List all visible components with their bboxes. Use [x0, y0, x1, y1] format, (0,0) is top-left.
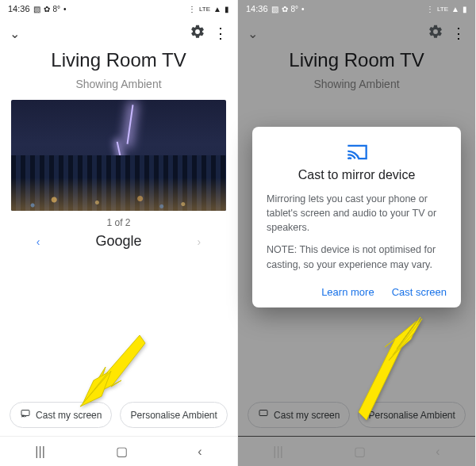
- signal-icon: ▲: [213, 5, 221, 13]
- chevron-right-icon[interactable]: ›: [198, 235, 202, 248]
- status-icon: •: [63, 5, 67, 13]
- carousel-label: Google: [95, 233, 141, 250]
- more-vert-icon[interactable]: ⋮: [213, 28, 228, 39]
- status-bar: 14:36 ▧ ✿ 8° • ⋮ LTE ▲ ▮: [238, 0, 475, 17]
- dialog-body-2: NOTE: This device is not optimised for c…: [267, 243, 447, 271]
- gear-icon[interactable]: [190, 24, 205, 43]
- action-row: Cast my screen Personalise Ambient: [238, 402, 475, 436]
- carousel: ‹ Google ›: [0, 231, 237, 256]
- more-vert-icon[interactable]: ⋮: [451, 28, 466, 39]
- preview-counter: 1 of 2: [0, 211, 237, 231]
- cast-my-screen-label: Cast my screen: [36, 410, 102, 421]
- app-header: ⌄ ⋮: [0, 17, 237, 46]
- personalise-ambient-label: Personalise Ambient: [368, 410, 455, 421]
- nav-home-icon[interactable]: ▢: [354, 444, 366, 459]
- nav-recents-icon[interactable]: |||: [273, 445, 282, 459]
- back-chevron-icon[interactable]: ⌄: [10, 26, 20, 41]
- chevron-left-icon[interactable]: ‹: [36, 235, 40, 248]
- app-header: ⌄ ⋮: [238, 17, 475, 46]
- status-icon: 8°: [53, 5, 61, 13]
- lte-icon: LTE: [437, 6, 448, 13]
- battery-icon: ▮: [225, 5, 229, 13]
- status-icon: •: [301, 5, 305, 13]
- status-time: 14:36: [246, 4, 268, 13]
- svg-rect-4: [259, 411, 267, 416]
- page-subtitle: Showing Ambient: [238, 78, 475, 100]
- dialog-title: Cast to mirror device: [267, 168, 447, 182]
- system-nav: ||| ▢ ‹: [0, 436, 237, 466]
- cast-icon: [258, 409, 269, 421]
- wifi-icon: ⋮: [188, 5, 196, 13]
- phone-left: 14:36 ▧ ✿ 8° • ⋮ LTE ▲ ▮ ⌄ ⋮ Living Room…: [0, 0, 238, 466]
- cast-mirror-dialog: Cast to mirror device Mirroring lets you…: [252, 127, 461, 307]
- signal-icon: ▲: [451, 5, 459, 13]
- learn-more-button[interactable]: Learn more: [321, 286, 374, 298]
- cast-my-screen-button[interactable]: Cast my screen: [248, 402, 350, 428]
- status-time: 14:36: [8, 4, 30, 13]
- action-row: Cast my screen Personalise Ambient: [0, 402, 237, 436]
- personalise-ambient-label: Personalise Ambient: [130, 410, 217, 421]
- gear-icon[interactable]: [428, 24, 443, 43]
- status-icon: ▧: [271, 5, 278, 13]
- page-title: Living Room TV: [0, 46, 237, 78]
- back-chevron-icon[interactable]: ⌄: [248, 26, 258, 41]
- wifi-icon: ⋮: [426, 5, 434, 13]
- cast-icon: [267, 143, 447, 162]
- page-title: Living Room TV: [238, 46, 475, 78]
- nav-home-icon[interactable]: ▢: [116, 444, 128, 459]
- personalise-ambient-button[interactable]: Personalise Ambient: [358, 402, 465, 428]
- page-subtitle: Showing Ambient: [0, 78, 237, 100]
- dialog-body-1: Mirroring lets you cast your phone or ta…: [267, 192, 447, 235]
- status-bar: 14:36 ▧ ✿ 8° • ⋮ LTE ▲ ▮: [0, 0, 237, 17]
- cast-my-screen-label: Cast my screen: [274, 410, 340, 421]
- personalise-ambient-button[interactable]: Personalise Ambient: [120, 402, 227, 428]
- ambient-preview[interactable]: [11, 100, 226, 211]
- status-icon: ▧: [33, 5, 40, 13]
- battery-icon: ▮: [463, 5, 467, 13]
- nav-back-icon[interactable]: ‹: [198, 445, 202, 459]
- phone-right: 14:36 ▧ ✿ 8° • ⋮ LTE ▲ ▮ ⌄ ⋮ Living Room…: [238, 0, 476, 466]
- status-icon: ✿: [44, 5, 50, 13]
- lte-icon: LTE: [199, 6, 210, 13]
- cast-my-screen-button[interactable]: Cast my screen: [10, 402, 112, 428]
- status-icon: ✿: [282, 5, 288, 13]
- nav-back-icon[interactable]: ‹: [436, 445, 440, 459]
- nav-recents-icon[interactable]: |||: [35, 445, 44, 459]
- cast-icon: [20, 409, 31, 421]
- system-nav: ||| ▢ ‹: [238, 436, 475, 466]
- cast-screen-button[interactable]: Cast screen: [392, 286, 447, 298]
- status-icon: 8°: [291, 5, 299, 13]
